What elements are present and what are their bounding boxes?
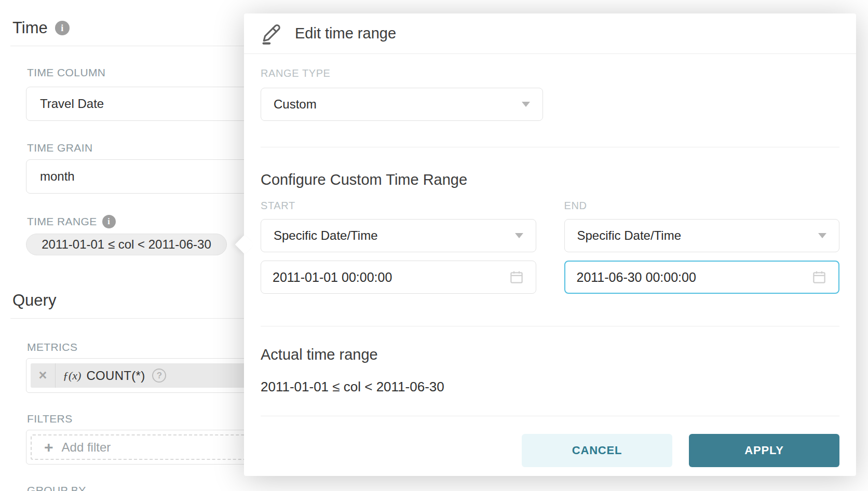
query-section-label: Query bbox=[12, 291, 56, 310]
help-icon[interactable]: ? bbox=[152, 369, 166, 383]
end-type-value: Specific Date/Time bbox=[577, 228, 682, 243]
configure-heading: Configure Custom Time Range bbox=[261, 171, 839, 188]
start-datetime-input[interactable] bbox=[273, 270, 509, 285]
start-datetime-field bbox=[261, 261, 536, 294]
metric-name: COUNT(*) bbox=[86, 369, 145, 383]
time-range-value: 2011-01-01 ≤ col < 2011-06-30 bbox=[42, 237, 211, 252]
start-column: START Specific Date/Time bbox=[261, 200, 536, 294]
end-type-select[interactable]: Specific Date/Time bbox=[564, 219, 840, 252]
actual-time-range-value: 2011-01-01 ≤ col < 2011-06-30 bbox=[261, 379, 839, 395]
info-icon[interactable]: i bbox=[102, 215, 116, 228]
time-range-label: TIME RANGE i bbox=[27, 215, 116, 228]
chevron-down-icon bbox=[515, 233, 523, 238]
time-grain-label: TIME GRAIN bbox=[27, 142, 93, 154]
popover-footer: CANCEL APPLY bbox=[261, 434, 839, 467]
metrics-label: METRICS bbox=[27, 341, 77, 353]
range-type-select[interactable]: Custom bbox=[261, 88, 543, 121]
actual-time-range-heading: Actual time range bbox=[261, 346, 839, 363]
close-icon[interactable]: × bbox=[31, 363, 56, 388]
chevron-down-icon bbox=[818, 233, 826, 238]
start-type-select[interactable]: Specific Date/Time bbox=[261, 219, 536, 252]
apply-button[interactable]: APPLY bbox=[689, 434, 839, 467]
info-icon[interactable]: i bbox=[55, 21, 70, 35]
time-section-label: Time bbox=[12, 19, 48, 37]
add-filter-label: Add filter bbox=[62, 440, 111, 455]
cancel-button[interactable]: CANCEL bbox=[522, 434, 672, 467]
query-section-title: Query bbox=[12, 291, 56, 310]
time-grain-value: month bbox=[40, 169, 75, 184]
edit-pencil-icon bbox=[261, 23, 282, 45]
range-type-value: Custom bbox=[274, 97, 317, 112]
end-datetime-field bbox=[564, 261, 840, 294]
plus-icon: + bbox=[44, 440, 53, 455]
end-label: END bbox=[564, 200, 840, 212]
end-datetime-input[interactable] bbox=[577, 270, 812, 285]
chevron-down-icon bbox=[522, 102, 530, 107]
range-type-label: RANGE TYPE bbox=[261, 67, 839, 79]
time-range-label-text: TIME RANGE bbox=[27, 215, 97, 228]
popover-header: Edit time range bbox=[244, 13, 856, 54]
footer-divider bbox=[261, 416, 839, 416]
calendar-icon[interactable] bbox=[811, 269, 827, 285]
time-column-label: TIME COLUMN bbox=[27, 66, 105, 79]
explore-screen: Time i TIME COLUMN Travel Date TIME GRAI… bbox=[0, 0, 868, 491]
filters-label: FILTERS bbox=[27, 413, 73, 425]
section-divider bbox=[261, 326, 839, 326]
start-label: START bbox=[261, 200, 536, 212]
time-section-title: Time i bbox=[12, 19, 70, 37]
end-column: END Specific Date/Time bbox=[564, 200, 840, 294]
start-type-value: Specific Date/Time bbox=[274, 228, 378, 243]
section-divider bbox=[261, 147, 839, 147]
popover-title: Edit time range bbox=[295, 25, 396, 42]
edit-time-range-popover: Edit time range RANGE TYPE Custom Config… bbox=[244, 13, 856, 476]
time-range-pill[interactable]: 2011-01-01 ≤ col < 2011-06-30 bbox=[26, 234, 227, 255]
function-icon: ƒ(x) bbox=[63, 369, 81, 383]
calendar-icon[interactable] bbox=[509, 269, 524, 285]
group-by-label: GROUP BY bbox=[27, 484, 86, 491]
time-column-value: Travel Date bbox=[40, 97, 104, 111]
